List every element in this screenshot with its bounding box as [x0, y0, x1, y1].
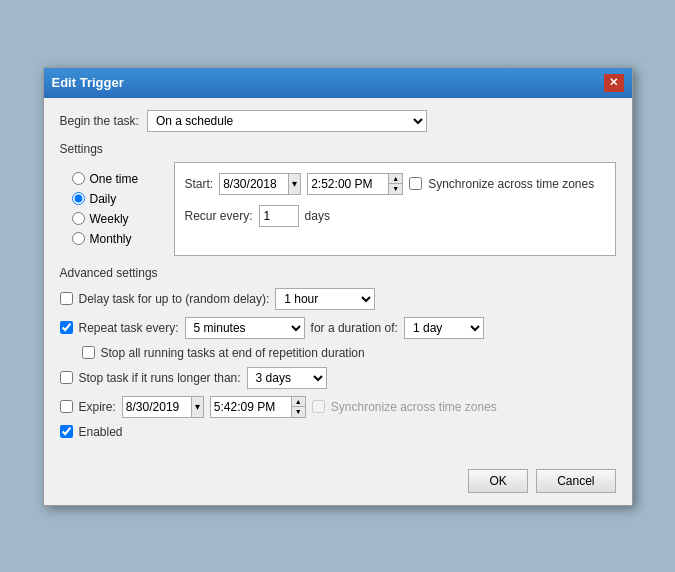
settings-label: Settings [60, 142, 616, 156]
repeat-task-label: Repeat task every: [79, 321, 179, 335]
expire-time-input[interactable] [211, 397, 291, 417]
radio-daily-input[interactable] [72, 192, 85, 205]
radio-weekly-label: Weekly [90, 212, 129, 226]
schedule-panel: Start: ▾ ▲ ▼ Synchronize across time zon… [174, 162, 616, 256]
sync-timezone-label: Synchronize across time zones [428, 177, 594, 191]
title-bar: Edit Trigger ✕ [44, 68, 632, 98]
radio-daily-label: Daily [90, 192, 117, 206]
radio-one-time-input[interactable] [72, 172, 85, 185]
enabled-row: Enabled [60, 425, 616, 439]
stop-all-row: Stop all running tasks at end of repetit… [82, 346, 616, 360]
stop-task-label: Stop task if it runs longer than: [79, 371, 241, 385]
delay-task-select[interactable]: 1 hour [275, 288, 375, 310]
time-spin-down[interactable]: ▼ [389, 184, 402, 194]
radio-panel: One time Daily Weekly Monthly [60, 162, 170, 256]
start-time-input[interactable] [308, 174, 388, 194]
repeat-task-select[interactable]: 5 minutes [185, 317, 305, 339]
stop-all-checkbox[interactable] [82, 346, 95, 359]
time-spin-up[interactable]: ▲ [389, 174, 402, 185]
expire-row: Expire: ▾ ▲ ▼ Synchronize across time zo… [60, 396, 616, 418]
expire-spin-up[interactable]: ▲ [292, 397, 305, 408]
edit-trigger-dialog: Edit Trigger ✕ Begin the task: On a sche… [43, 67, 633, 506]
expire-time-group[interactable]: ▲ ▼ [210, 396, 306, 418]
start-date-group[interactable]: ▾ [219, 173, 301, 195]
expire-spin-down[interactable]: ▼ [292, 407, 305, 417]
expire-date-input[interactable] [123, 397, 191, 417]
time-spinner[interactable]: ▲ ▼ [388, 174, 402, 194]
enabled-label: Enabled [79, 425, 123, 439]
recur-value-input[interactable] [259, 205, 299, 227]
recur-unit: days [305, 209, 330, 223]
for-duration-label: for a duration of: [311, 321, 398, 335]
recur-row: Recur every: days [185, 205, 605, 227]
close-button[interactable]: ✕ [604, 74, 624, 92]
delay-task-row: Delay task for up to (random delay): 1 h… [60, 288, 616, 310]
delay-task-checkbox[interactable] [60, 292, 73, 305]
repeat-task-row: Repeat task every: 5 minutes for a durat… [60, 317, 616, 339]
stop-task-row: Stop task if it runs longer than: 3 days [60, 367, 616, 389]
expire-time-spinner[interactable]: ▲ ▼ [291, 397, 305, 417]
settings-container: One time Daily Weekly Monthly Sta [60, 162, 616, 256]
delay-task-label: Delay task for up to (random delay): [79, 292, 270, 306]
expire-label: Expire: [79, 400, 116, 414]
radio-one-time-label: One time [90, 172, 139, 186]
stop-all-label: Stop all running tasks at end of repetit… [101, 346, 365, 360]
advanced-label: Advanced settings [60, 266, 616, 280]
expire-date-group[interactable]: ▾ [122, 396, 204, 418]
dialog-footer: OK Cancel [44, 461, 632, 505]
begin-task-select[interactable]: On a schedule [147, 110, 427, 132]
start-date-calendar-btn[interactable]: ▾ [288, 174, 300, 194]
radio-weekly-input[interactable] [72, 212, 85, 225]
radio-daily[interactable]: Daily [72, 192, 158, 206]
radio-monthly[interactable]: Monthly [72, 232, 158, 246]
begin-task-row: Begin the task: On a schedule [60, 110, 616, 132]
advanced-settings-section: Advanced settings Delay task for up to (… [60, 266, 616, 439]
radio-weekly[interactable]: Weekly [72, 212, 158, 226]
radio-monthly-input[interactable] [72, 232, 85, 245]
start-time-group[interactable]: ▲ ▼ [307, 173, 403, 195]
enabled-checkbox[interactable] [60, 425, 73, 438]
expire-sync-checkbox [312, 400, 325, 413]
expire-date-calendar-btn[interactable]: ▾ [191, 397, 203, 417]
start-label: Start: [185, 177, 214, 191]
repeat-task-checkbox[interactable] [60, 321, 73, 334]
radio-one-time[interactable]: One time [72, 172, 158, 186]
dialog-body: Begin the task: On a schedule Settings O… [44, 98, 632, 461]
expire-checkbox[interactable] [60, 400, 73, 413]
radio-monthly-label: Monthly [90, 232, 132, 246]
start-row: Start: ▾ ▲ ▼ Synchronize across time zon… [185, 173, 605, 195]
recur-label: Recur every: [185, 209, 253, 223]
expire-sync-label: Synchronize across time zones [331, 400, 497, 414]
stop-task-checkbox[interactable] [60, 371, 73, 384]
start-date-input[interactable] [220, 174, 288, 194]
duration-select[interactable]: 1 day [404, 317, 484, 339]
ok-button[interactable]: OK [468, 469, 528, 493]
begin-task-label: Begin the task: [60, 114, 139, 128]
dialog-title: Edit Trigger [52, 75, 124, 90]
sync-timezone-checkbox[interactable] [409, 177, 422, 190]
stop-task-select[interactable]: 3 days [247, 367, 327, 389]
cancel-button[interactable]: Cancel [536, 469, 615, 493]
